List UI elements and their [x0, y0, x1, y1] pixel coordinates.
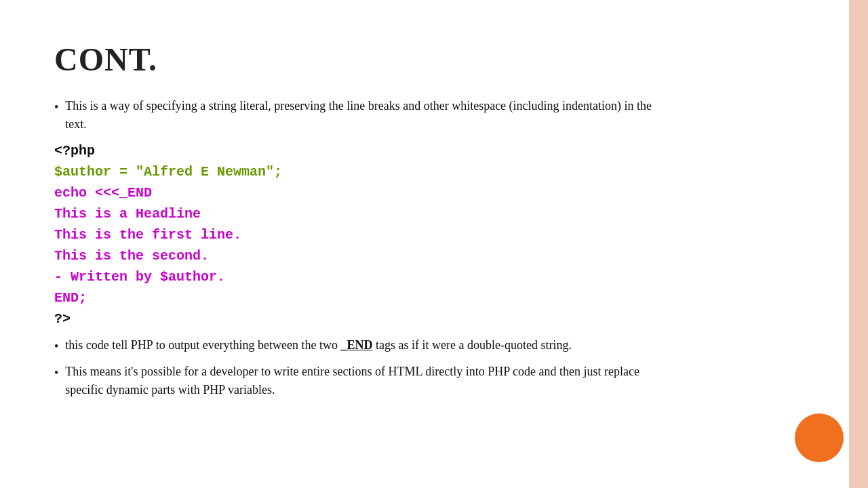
- bullet-dot-3: •: [54, 364, 58, 382]
- bullet-text-1: This is a way of specifying a string lit…: [65, 97, 675, 134]
- bullet-dot-2: •: [54, 338, 58, 356]
- bullet-item-2: • this code tell PHP to output everythin…: [54, 336, 827, 356]
- bullet2-post: tags as if it were a double-quoted strin…: [373, 338, 572, 352]
- bullet-list-2: • this code tell PHP to output everythin…: [54, 336, 827, 399]
- code-line-5: This is the first line.: [54, 224, 827, 245]
- code-line-7: - Written by $author.: [54, 266, 827, 287]
- code-line-2-body: author = "Alfred E Newman";: [62, 164, 282, 180]
- code-block: <?php $author = "Alfred E Newman"; echo …: [54, 140, 827, 329]
- code-line-6: This is the second.: [54, 245, 827, 266]
- slide-content: CONT. • This is a way of specifying a st…: [54, 41, 827, 461]
- code-line-2: $author = "Alfred E Newman";: [54, 161, 827, 182]
- code-line-4: This is a Headline: [54, 203, 827, 224]
- bullet-list: • This is a way of specifying a string l…: [54, 97, 827, 134]
- bullet-dot-1: •: [54, 98, 58, 117]
- dollar-sign: $: [54, 164, 62, 180]
- bullet-item-1: • This is a way of specifying a string l…: [54, 97, 827, 134]
- bullet2-bold: _END: [341, 338, 373, 352]
- code-line-3: echo <<<_END: [54, 182, 827, 203]
- bullet-item-3: • This means it's possible for a develop…: [54, 363, 827, 399]
- slide-title: CONT.: [54, 41, 827, 78]
- code-line-9: ?>: [54, 308, 827, 329]
- right-border-decoration: [849, 0, 868, 488]
- bullet-text-3: This means it's possible for a developer…: [65, 363, 675, 399]
- bullet-text-2: this code tell PHP to output everything …: [65, 336, 572, 354]
- bullet2-pre: this code tell PHP to output everything …: [65, 338, 340, 352]
- code-line-1: <?php: [54, 140, 827, 161]
- code-line-8: END;: [54, 287, 827, 308]
